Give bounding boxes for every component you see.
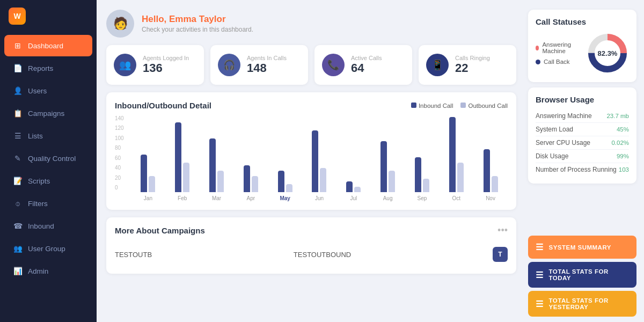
y-label: 100: [115, 135, 124, 141]
btn-icon: ☰: [536, 299, 544, 309]
btn-label: SYSTEM SUMMARY: [549, 244, 611, 251]
stat-icon-0: 👥: [114, 54, 136, 76]
bar-outbound-Apr: [252, 176, 258, 192]
legend-item-answering-machine: Answering Machine: [536, 41, 581, 54]
stat-label-0: Agents Logged In: [143, 55, 189, 61]
bar-label-Jun: Jun: [315, 195, 324, 201]
bar-group-Oct: Oct: [439, 117, 473, 201]
usage-row: Number of Process Running103: [536, 163, 629, 176]
bar-group-Jan: Jan: [131, 117, 165, 201]
sidebar-label-admin: Admin: [28, 267, 48, 275]
donut-percentage: 82.3%: [598, 49, 618, 57]
usage-label: Server CPU Usage: [536, 139, 590, 147]
sidebar-item-scripts[interactable]: 📝Scripts: [4, 170, 92, 192]
stat-value-1: 148: [247, 61, 287, 75]
stat-cards: 👥 Agents Logged In 136 🎧 Agents In Calls…: [106, 45, 516, 85]
bar-inbound-May: [278, 171, 284, 192]
sidebar-logo: W: [0, 0, 97, 32]
campaigns-header: More About Campaigns •••: [115, 225, 508, 236]
sidebar-label-quality-control: Quality Control: [28, 155, 76, 163]
donut-chart: 82.3%: [586, 32, 629, 75]
sidebar-item-users[interactable]: 👤Users: [4, 80, 92, 101]
sidebar-item-quality-control[interactable]: ✎Quality Control: [4, 148, 92, 169]
stat-card-2: 📞 Active Calls 64: [314, 45, 412, 85]
stat-value-2: 64: [351, 61, 382, 75]
admin-icon: 📊: [13, 266, 23, 276]
inbound-icon: ☎: [13, 221, 23, 231]
greeting-prefix: Hello,: [142, 14, 169, 24]
outbound-legend: Outbound Call: [460, 103, 508, 109]
stat-value-0: 136: [143, 61, 189, 75]
logo-icon: W: [9, 8, 26, 25]
btn-label: TOTAL STATS FOR YESTERDAY: [549, 297, 630, 310]
sidebar-item-inbound[interactable]: ☎Inbound: [4, 215, 92, 237]
btn-icon: ☰: [536, 242, 544, 252]
stat-card-0: 👥 Agents Logged In 136: [106, 45, 204, 85]
usage-label: Number of Process Running: [536, 166, 617, 173]
bars-Jul: [346, 117, 361, 192]
sidebar-label-reports: Reports: [28, 64, 53, 72]
users-icon: 👤: [13, 86, 23, 96]
chart-section: Inbound/Outbound Detail Inbound Call Out…: [106, 92, 516, 210]
bar-group-Jun: Jun: [302, 117, 336, 201]
bar-group-Nov: Nov: [473, 117, 508, 201]
sidebar-item-lists[interactable]: ☰Lists: [4, 125, 92, 147]
usage-row: System Load45%: [536, 123, 629, 136]
btn-system-summary[interactable]: ☰SYSTEM SUMMARY: [528, 236, 636, 259]
bar-outbound-Feb: [183, 163, 189, 192]
sidebar-item-campaigns[interactable]: 📋Campaigns: [4, 103, 92, 124]
bars-Mar: [209, 117, 224, 192]
bar-inbound-Oct: [449, 117, 456, 192]
btn-label: TOTAL STATS FOR TODAY: [549, 268, 630, 281]
reports-icon: 📄: [13, 63, 23, 73]
sidebar-label-users: Users: [28, 87, 47, 95]
bar-outbound-Nov: [492, 176, 498, 192]
sidebar-item-dashboard[interactable]: ⊞Dashboard: [4, 35, 92, 56]
usage-value: 99%: [617, 153, 629, 159]
campaign-row: TESTOUTB TESTOUTBOUND T: [115, 243, 508, 266]
bar-inbound-Jan: [141, 155, 147, 192]
bar-group-Mar: Mar: [200, 117, 234, 201]
bars-Apr: [244, 117, 258, 192]
campaign-name-left: TESTOUTB: [115, 251, 152, 259]
sidebar: W ⊞Dashboard📄Reports👤Users📋Campaigns☰Lis…: [0, 0, 97, 322]
btn-icon: ☰: [536, 270, 544, 280]
usage-value: 103: [619, 166, 629, 173]
bars-Jan: [141, 117, 155, 192]
btn-total-stats-for-yesterday[interactable]: ☰TOTAL STATS FOR YESTERDAY: [528, 291, 636, 317]
bar-outbound-Jul: [354, 187, 361, 192]
donut-legend: Answering MachineCall Back: [536, 41, 581, 65]
bars-Nov: [484, 117, 498, 192]
bar-inbound-Nov: [484, 149, 490, 192]
dashboard-icon: ⊞: [13, 41, 23, 50]
bottom-buttons: ☰SYSTEM SUMMARY☰TOTAL STATS FOR TODAY☰TO…: [528, 236, 636, 317]
sidebar-item-reports[interactable]: 📄Reports: [4, 57, 92, 79]
usage-label: Answering Machine: [536, 112, 592, 120]
y-label: 0: [115, 185, 124, 191]
bar-label-Oct: Oct: [452, 195, 460, 201]
campaigns-section: More About Campaigns ••• TESTOUTB TESTOU…: [106, 217, 516, 274]
bar-outbound-Mar: [217, 171, 224, 192]
y-label: 140: [115, 115, 124, 121]
sidebar-item-admin[interactable]: 📊Admin: [4, 260, 92, 282]
bars-May: [278, 117, 292, 192]
sidebar-item-user-group[interactable]: 👥User Group: [4, 238, 92, 259]
btn-total-stats-for-today[interactable]: ☰TOTAL STATS FOR TODAY: [528, 262, 636, 288]
usage-value: 45%: [617, 126, 629, 133]
bar-inbound-Aug: [380, 141, 387, 192]
bar-outbound-Sep: [423, 179, 429, 192]
usage-row: Server CPU Usage0.02%: [536, 136, 629, 150]
bar-chart: 020406080100120140 Jan Feb Mar Apr May: [115, 115, 508, 201]
browser-usage-title: Browser Usage: [536, 95, 629, 104]
bar-label-Jul: Jul: [350, 195, 357, 201]
bar-inbound-Sep: [415, 157, 421, 192]
sidebar-nav: ⊞Dashboard📄Reports👤Users📋Campaigns☰Lists…: [0, 32, 97, 322]
bar-group-Sep: Sep: [405, 117, 440, 201]
bar-outbound-Jan: [149, 176, 155, 192]
bar-label-Aug: Aug: [383, 195, 393, 201]
sidebar-item-filters[interactable]: ⌽Filters: [4, 193, 92, 214]
legend-label: Answering Machine: [542, 41, 581, 54]
more-options-icon[interactable]: •••: [497, 225, 508, 236]
y-axis: 020406080100120140: [115, 115, 124, 191]
bar-group-Jul: Jul: [336, 117, 371, 201]
